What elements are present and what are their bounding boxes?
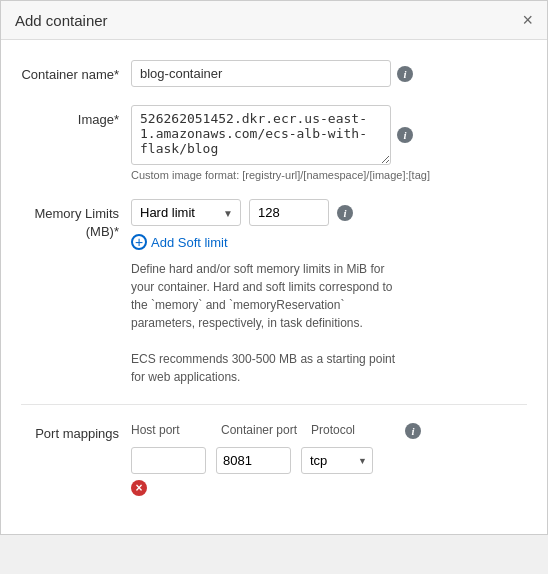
port-mappings-label: Port mappings — [21, 419, 131, 443]
add-container-dialog: Add container × Container name* i Image*… — [0, 0, 548, 535]
add-soft-limit-wrap: + Add Soft limit — [131, 226, 527, 250]
memory-type-select[interactable]: Hard limit Soft limit — [131, 199, 241, 226]
host-port-label: Host port — [131, 423, 211, 437]
port-mappings-info-wrap: Host port Container port Protocol — [131, 423, 527, 496]
image-label: Image* — [21, 105, 131, 129]
plus-circle-icon: + — [131, 234, 147, 250]
protocol-select[interactable]: tcp udp — [301, 447, 373, 474]
port-mappings-info-icon: i — [405, 423, 421, 439]
container-name-control: i — [131, 60, 527, 87]
add-soft-limit-button[interactable]: + Add Soft limit — [131, 234, 228, 250]
port-column-headers: Host port Container port Protocol — [131, 423, 391, 441]
memory-help-text: Define hard and/or soft memory limits in… — [131, 260, 411, 386]
memory-help-line2: ECS recommends 300-500 MB as a starting … — [131, 352, 395, 384]
container-port-label: Container port — [221, 423, 301, 437]
container-name-info-icon: i — [397, 66, 413, 82]
image-info-icon: i — [397, 127, 413, 143]
memory-limits-label: Memory Limits (MB)* — [21, 199, 131, 241]
divider — [21, 404, 527, 405]
image-control: i Custom image format: [registry-url]/[n… — [131, 105, 527, 181]
image-hint: Custom image format: [registry-url]/[nam… — [131, 169, 527, 181]
close-button[interactable]: × — [522, 11, 533, 29]
memory-row: Hard limit Soft limit ▼ i — [131, 199, 527, 226]
port-mappings-row: Port mappings Host port Container port — [21, 419, 527, 496]
dialog-header: Add container × — [1, 1, 547, 40]
protocol-label: Protocol — [311, 423, 391, 437]
container-name-input-wrap: i — [131, 60, 527, 87]
image-row: Image* i Custom image format: [registry-… — [21, 105, 527, 181]
container-name-label: Container name* — [21, 60, 131, 84]
memory-info-icon: i — [337, 205, 353, 221]
port-mappings-control: Host port Container port Protocol — [131, 423, 527, 496]
remove-port-button[interactable]: × — [131, 480, 147, 496]
memory-type-select-wrap: Hard limit Soft limit ▼ — [131, 199, 241, 226]
memory-limits-control: Hard limit Soft limit ▼ i + Add Soft lim… — [131, 199, 527, 386]
host-port-input[interactable] — [131, 447, 206, 474]
remove-port-icon: × — [131, 480, 147, 496]
image-input[interactable] — [131, 105, 391, 165]
protocol-col-header: Protocol — [311, 423, 391, 441]
remove-port-wrap: × — [131, 480, 391, 496]
protocol-select-wrap: tcp udp ▼ — [301, 447, 373, 474]
memory-limits-row: Memory Limits (MB)* Hard limit Soft limi… — [21, 199, 527, 386]
container-port-input[interactable] — [216, 447, 291, 474]
add-soft-limit-label: Add Soft limit — [151, 235, 228, 250]
image-input-wrap: i — [131, 105, 527, 165]
memory-value-input[interactable] — [249, 199, 329, 226]
host-port-col-header: Host port — [131, 423, 211, 441]
memory-help-line1: Define hard and/or soft memory limits in… — [131, 262, 392, 330]
container-port-col-header: Container port — [221, 423, 301, 441]
dialog-body: Container name* i Image* i Custom image … — [1, 40, 547, 534]
port-mappings-fields: Host port Container port Protocol — [131, 423, 391, 496]
port-row: tcp udp ▼ — [131, 447, 391, 474]
container-name-row: Container name* i — [21, 60, 527, 87]
dialog-title: Add container — [15, 12, 108, 29]
container-name-input[interactable] — [131, 60, 391, 87]
